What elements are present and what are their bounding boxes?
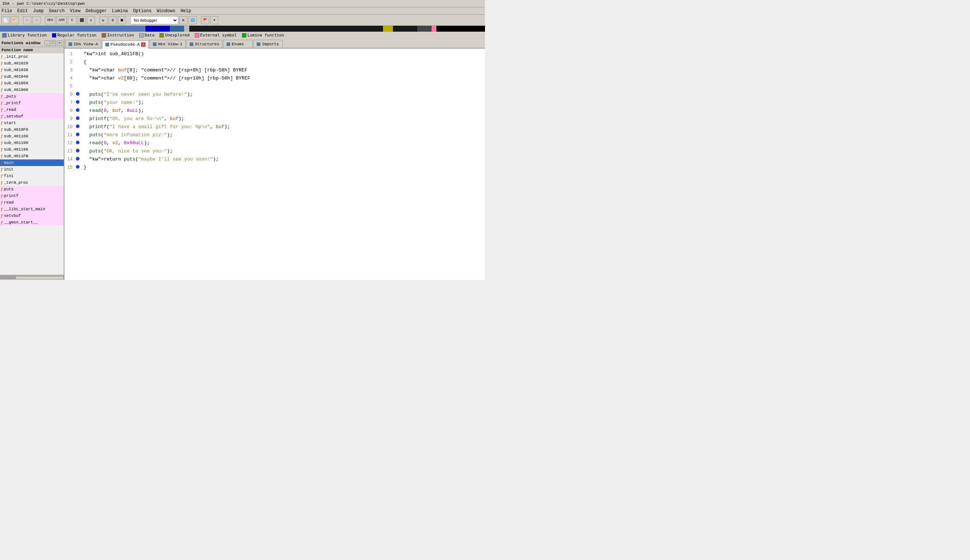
breakpoint-dot[interactable]	[75, 163, 81, 172]
func-icon: ƒ	[1, 207, 3, 211]
toolbar-fwd[interactable]: →	[32, 16, 40, 24]
function-item[interactable]: ƒsub_401040	[0, 73, 64, 80]
tab-pseudo-close[interactable]: ✕	[141, 42, 145, 47]
func-scrollbar-track[interactable]	[0, 276, 64, 280]
toolbar-stop[interactable]: ⏹	[118, 16, 126, 24]
menu-help[interactable]: Help	[180, 8, 191, 13]
breakpoint-dot[interactable]	[75, 107, 81, 115]
function-item[interactable]: ƒsub_401160	[0, 133, 64, 140]
func-name: _read	[4, 108, 16, 112]
function-item[interactable]: ƒputs	[0, 186, 64, 193]
function-item[interactable]: ƒsub_4011FB	[0, 153, 64, 159]
function-item[interactable]: ƒ_printf	[0, 100, 64, 107]
function-item[interactable]: ƒread	[0, 199, 64, 206]
toolbar-new[interactable]: 📄	[2, 16, 10, 24]
tab-ida-view-a[interactable]: IDA View-A	[65, 40, 101, 48]
function-item[interactable]: ƒsub_401190	[0, 140, 64, 146]
function-item[interactable]: ƒsub_401020	[0, 60, 64, 67]
function-item[interactable]: ƒsub_401060	[0, 87, 64, 93]
breakpoint-dot[interactable]	[75, 90, 81, 99]
breakpoint-dot[interactable]	[75, 123, 81, 131]
menu-search[interactable]: Search	[48, 8, 65, 13]
menu-options[interactable]: Options	[133, 8, 152, 13]
menu-windows[interactable]: Windows	[157, 8, 175, 13]
tab-enums[interactable]: Enums	[223, 40, 253, 48]
functions-float-icon[interactable]: □	[51, 40, 56, 46]
toolbar: 📄 📂 ← → HEX ASM C ⬛ ✕ ▶ ⏸ ⏹ No debugger …	[0, 15, 485, 26]
legend-lumina-box	[242, 33, 247, 38]
legend-library-label: Library function	[8, 33, 47, 38]
tab-import-icon	[257, 42, 260, 46]
menu-file[interactable]: File	[2, 8, 12, 13]
func-scrollbar[interactable]	[0, 275, 64, 280]
breakpoint-dot[interactable]	[75, 99, 81, 107]
tab-pseudocode-a[interactable]: Pseudocode-A ✕	[102, 40, 149, 48]
menu-view[interactable]: View	[70, 8, 81, 13]
code-line: 1"kw">int sub_4011FB()	[65, 50, 485, 58]
function-item[interactable]: ƒsub_401196	[0, 146, 64, 153]
functions-close-icon[interactable]: ✕	[57, 40, 62, 46]
function-item[interactable]: ƒprintf	[0, 193, 64, 199]
toolbar-hex[interactable]: HEX	[45, 16, 55, 24]
func-name: setvbuf	[4, 213, 21, 218]
debugger-select[interactable]: No debugger	[130, 16, 178, 24]
legend-library: Library function	[2, 33, 47, 38]
func-name: start	[4, 121, 16, 125]
menu-lumina[interactable]: Lumina	[112, 8, 128, 13]
breakpoint-dot[interactable]	[75, 131, 81, 139]
function-item[interactable]: ƒsub_401050	[0, 80, 64, 87]
function-item[interactable]: ƒ_read	[0, 107, 64, 113]
function-item[interactable]: ƒ__gmon_start__	[0, 219, 64, 226]
function-item[interactable]: ƒfini	[0, 173, 64, 179]
toolbar-green-dot[interactable]: ●	[210, 16, 218, 24]
code-area[interactable]: 1"kw">int sub_4011FB()2{3 "kw">char buf[…	[65, 48, 485, 280]
tab-structures[interactable]: Structures	[186, 40, 222, 48]
func-icon: ƒ	[1, 154, 3, 158]
toolbar-pause[interactable]: ⏸	[108, 16, 117, 24]
function-item[interactable]: ƒinit	[0, 166, 64, 173]
toolbar-settings[interactable]: ⚙	[179, 16, 187, 24]
toolbar-play[interactable]: ▶	[100, 16, 108, 24]
function-item[interactable]: ƒmain	[0, 159, 64, 166]
function-item[interactable]: ƒ_puts	[0, 93, 64, 100]
menu-jump[interactable]: Jump	[33, 8, 44, 13]
toolbar-graph[interactable]: ⬛	[78, 16, 86, 24]
breakpoint-dot[interactable]	[75, 139, 81, 147]
toolbar-open[interactable]: 📂	[11, 16, 19, 24]
func-name: _setvbuf	[4, 114, 23, 118]
tab-hex-view[interactable]: Hex View-1	[150, 40, 186, 48]
nav-seg-library	[0, 26, 145, 32]
function-item[interactable]: ƒ_init_proc	[0, 53, 64, 60]
breakpoint-circle	[76, 149, 80, 152]
func-icon: ƒ	[1, 95, 3, 99]
function-item[interactable]: ƒstart	[0, 120, 64, 126]
toolbar-asm[interactable]: ASM	[56, 16, 67, 24]
toolbar-flag[interactable]: 🚩	[201, 16, 209, 24]
breakpoint-circle	[76, 108, 80, 112]
functions-pin-icon[interactable]: _	[45, 40, 50, 46]
func-name: _puts	[4, 94, 16, 99]
legend-regular-box	[52, 33, 56, 38]
menu-debugger[interactable]: Debugger	[85, 8, 107, 13]
breakpoint-dot[interactable]	[75, 147, 81, 155]
func-name: __libc_start_main	[4, 207, 45, 211]
toolbar-back[interactable]: ←	[23, 16, 31, 24]
menu-edit[interactable]: Edit	[17, 8, 28, 13]
legend-unexplored-label: Unexplored	[165, 33, 189, 38]
function-item[interactable]: ƒsub_401030	[0, 67, 64, 73]
tab-imports[interactable]: Imports	[253, 40, 283, 48]
function-list[interactable]: ƒ_init_procƒsub_401020ƒsub_401030ƒsub_40…	[0, 53, 64, 275]
toolbar-code[interactable]: C	[68, 16, 77, 24]
func-name: sub_401190	[4, 141, 28, 145]
function-item[interactable]: ƒ_term_proc	[0, 179, 64, 186]
toolbar-x[interactable]: ✕	[87, 16, 95, 24]
breakpoint-dot[interactable]	[75, 155, 81, 163]
tab-hex-icon	[153, 42, 157, 46]
breakpoint-dot[interactable]	[75, 115, 81, 123]
function-item[interactable]: ƒsetvbuf	[0, 212, 64, 219]
function-item[interactable]: ƒ__libc_start_main	[0, 206, 64, 212]
function-item[interactable]: ƒ_setvbuf	[0, 113, 64, 120]
function-item[interactable]: ƒsub_4010F0	[0, 126, 64, 133]
toolbar-remote[interactable]: 🌐	[188, 16, 197, 24]
func-scrollbar-thumb[interactable]	[1, 277, 16, 280]
